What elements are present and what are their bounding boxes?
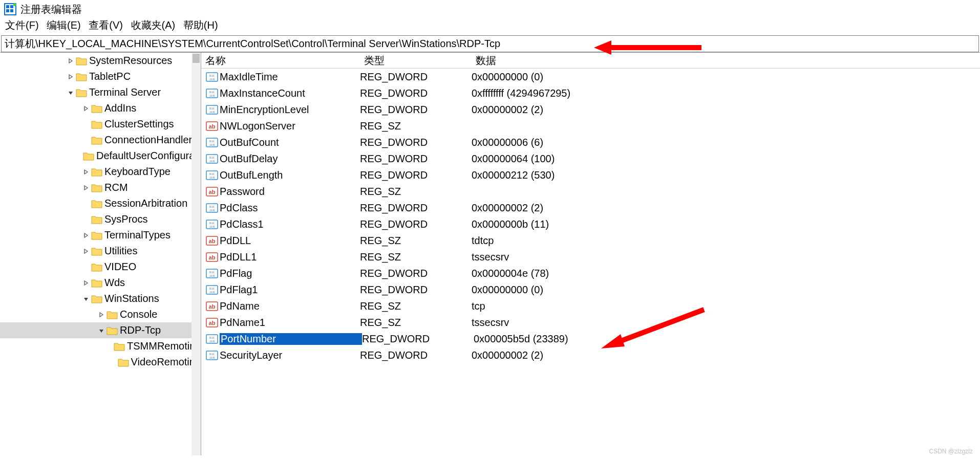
folder-icon: [91, 136, 102, 145]
tree-item[interactable]: RCM: [0, 180, 201, 195]
chevron-right-icon[interactable]: [82, 280, 90, 286]
window-titlebar: 注册表编辑器: [0, 0, 980, 17]
value-row[interactable]: 011110PdFlag1REG_DWORD0x00000000 (0): [201, 281, 980, 298]
menu-view[interactable]: 查看(V): [89, 19, 123, 31]
chevron-right-icon[interactable]: [82, 233, 90, 238]
value-type: REG_SZ: [360, 235, 472, 247]
tree-item[interactable]: VIDEO: [0, 259, 201, 275]
reg-sz-icon: ab: [205, 120, 219, 132]
value-type: REG_DWORD: [360, 284, 472, 296]
value-row[interactable]: abPdDLLREG_SZtdtcp: [201, 232, 980, 249]
values-pane[interactable]: 名称 类型 数据 011110MaxIdleTimeREG_DWORD0x000…: [201, 53, 980, 455]
value-row[interactable]: abNWLogonServerREG_SZ: [201, 118, 980, 134]
chevron-down-icon[interactable]: [97, 328, 105, 333]
value-name: OutBufCount: [220, 137, 360, 148]
tree-item[interactable]: VideoRemoting: [0, 354, 201, 370]
value-row[interactable]: 011110PdClassREG_DWORD0x00000002 (2): [201, 200, 980, 216]
tree-item[interactable]: DefaultUserConfiguration: [0, 148, 201, 164]
tree-item-label: Wds: [104, 277, 125, 289]
value-type: REG_SZ: [360, 186, 472, 198]
value-data: tdtcp: [472, 235, 980, 247]
tree-item-label: SessionArbitration: [104, 198, 187, 209]
svg-rect-3: [6, 9, 9, 12]
menu-favorites[interactable]: 收藏夹(A): [131, 19, 176, 31]
tree-item[interactable]: Wds: [0, 275, 201, 291]
tree-scroll-thumb[interactable]: [193, 54, 200, 63]
menu-file[interactable]: 文件(F): [5, 19, 39, 31]
tree-item[interactable]: TSMMRemoting: [0, 338, 201, 354]
value-row[interactable]: 011110MaxIdleTimeREG_DWORD0x00000000 (0): [201, 69, 980, 85]
value-data: tssecsrv: [472, 317, 980, 329]
tree-item[interactable]: SessionArbitration: [0, 195, 201, 211]
values-header: 名称 类型 数据: [201, 53, 980, 69]
value-row[interactable]: abPdNameREG_SZtcp: [201, 298, 980, 314]
tree-item[interactable]: AddIns: [0, 100, 201, 116]
value-data: 0xffffffff (4294967295): [472, 88, 980, 99]
address-bar[interactable]: 计算机\HKEY_LOCAL_MACHINE\SYSTEM\CurrentCon…: [1, 35, 979, 52]
reg-dword-icon: 011110: [205, 283, 219, 296]
value-row[interactable]: 011110OutBufCountREG_DWORD0x00000006 (6): [201, 134, 980, 150]
tree-item[interactable]: SystemResources: [0, 53, 201, 69]
chevron-right-icon[interactable]: [82, 169, 90, 174]
value-row[interactable]: 011110PdFlagREG_DWORD0x0000004e (78): [201, 265, 980, 281]
value-data: 0x00005b5d (23389): [474, 333, 980, 345]
reg-sz-icon: ab: [205, 234, 219, 247]
chevron-right-icon[interactable]: [82, 249, 90, 254]
col-header-type[interactable]: 类型: [364, 54, 476, 68]
tree-item[interactable]: ClusterSettings: [0, 116, 201, 132]
value-row[interactable]: 011110MaxInstanceCountREG_DWORD0xfffffff…: [201, 85, 980, 101]
value-data: 0x0000000b (11): [472, 218, 980, 230]
folder-icon: [91, 231, 102, 240]
value-name: NWLogonServer: [220, 120, 360, 132]
folder-icon: [106, 310, 118, 319]
value-row[interactable]: abPasswordREG_SZ: [201, 183, 980, 200]
chevron-right-icon[interactable]: [67, 58, 75, 63]
tree-item-label: TerminalTypes: [104, 229, 171, 241]
col-header-name[interactable]: 名称: [201, 54, 364, 68]
tree-item[interactable]: RDP-Tcp: [0, 322, 201, 338]
tree-item[interactable]: TerminalTypes: [0, 227, 201, 243]
tree-item[interactable]: ConnectionHandler: [0, 132, 201, 148]
value-row[interactable]: abPdName1REG_SZtssecsrv: [201, 314, 980, 331]
tree-item[interactable]: KeyboardType: [0, 164, 201, 180]
tree-pane[interactable]: SystemResourcesTabletPCTerminal ServerAd…: [0, 53, 201, 455]
value-data: 0x0000004e (78): [472, 268, 980, 279]
svg-text:110: 110: [209, 339, 215, 343]
chevron-right-icon[interactable]: [97, 312, 105, 317]
reg-dword-icon: 011110: [205, 152, 219, 165]
value-row[interactable]: 011110OutBufDelayREG_DWORD0x00000064 (10…: [201, 150, 980, 167]
tree-scrollbar[interactable]: [191, 53, 201, 455]
tree-item[interactable]: Utilities: [0, 243, 201, 259]
col-header-data[interactable]: 数据: [476, 54, 980, 68]
svg-text:ab: ab: [209, 320, 216, 326]
folder-icon: [91, 263, 102, 272]
value-type: REG_DWORD: [360, 153, 472, 165]
tree-item[interactable]: SysProcs: [0, 211, 201, 227]
folder-icon: [91, 199, 102, 208]
value-row[interactable]: 011110PortNumberREG_DWORD0x00005b5d (233…: [201, 331, 980, 347]
svg-text:110: 110: [209, 290, 215, 294]
value-row[interactable]: abPdDLL1REG_SZtssecsrv: [201, 249, 980, 265]
chevron-down-icon[interactable]: [67, 90, 75, 95]
tree-item[interactable]: Terminal Server: [0, 84, 201, 100]
value-row[interactable]: 011110OutBufLengthREG_DWORD0x00000212 (5…: [201, 167, 980, 183]
value-row[interactable]: 011110MinEncryptionLevelREG_DWORD0x00000…: [201, 101, 980, 118]
chevron-right-icon[interactable]: [82, 106, 90, 111]
reg-dword-icon: 011110: [205, 103, 219, 116]
value-row[interactable]: 011110SecurityLayerREG_DWORD0x00000002 (…: [201, 347, 980, 363]
value-data: 0x00000002 (2): [472, 104, 980, 116]
chevron-right-icon[interactable]: [67, 74, 75, 79]
tree-item[interactable]: Console: [0, 307, 201, 322]
tree-item[interactable]: TabletPC: [0, 69, 201, 84]
menu-help[interactable]: 帮助(H): [183, 19, 218, 31]
value-type: REG_SZ: [360, 120, 472, 132]
chevron-right-icon[interactable]: [82, 185, 90, 190]
value-row[interactable]: 011110PdClass1REG_DWORD0x0000000b (11): [201, 216, 980, 232]
value-type: REG_DWORD: [360, 218, 472, 230]
chevron-down-icon[interactable]: [82, 296, 90, 301]
tree-item-label: SysProcs: [104, 213, 147, 225]
svg-rect-1: [6, 5, 9, 8]
svg-text:ab: ab: [209, 303, 216, 310]
tree-item[interactable]: WinStations: [0, 291, 201, 307]
menu-edit[interactable]: 编辑(E): [47, 19, 81, 31]
